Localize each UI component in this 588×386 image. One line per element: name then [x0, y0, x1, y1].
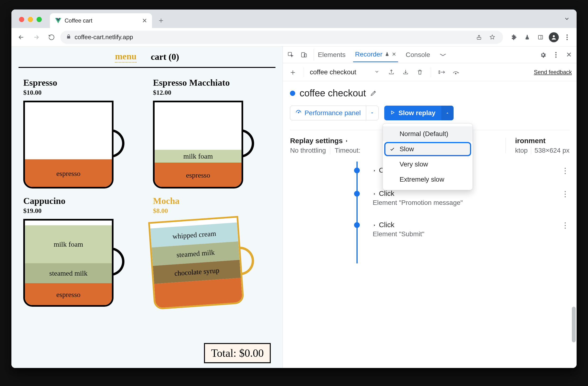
- page-nav: menu cart (0): [11, 46, 283, 67]
- replay-option-normal[interactable]: Normal (Default): [383, 126, 473, 142]
- tab-elements[interactable]: Elements: [316, 48, 347, 62]
- inspect-element-icon[interactable]: [285, 49, 297, 61]
- chrome-tab-strip: Coffee cart ✕ ＋: [11, 9, 577, 28]
- share-icon[interactable]: [474, 32, 484, 42]
- replay-speed-dropdown: Normal (Default) Slow Very slow: [383, 123, 473, 190]
- step-dot-icon: [354, 191, 360, 197]
- caret-up-icon[interactable]: [441, 106, 454, 120]
- svg-rect-1: [538, 35, 543, 39]
- bookmark-star-icon[interactable]: [487, 32, 497, 42]
- cup-layer: espresso: [25, 283, 112, 306]
- cup-layer: steamed milk: [25, 263, 112, 283]
- window-minimize-button[interactable]: [28, 17, 33, 22]
- svg-point-9: [555, 52, 556, 53]
- omnibox[interactable]: coffee-cart.netlify.app: [60, 31, 503, 44]
- viewport-dims: 538×624 px: [535, 147, 569, 154]
- slow-replay-button[interactable]: Slow replay: [384, 106, 454, 120]
- send-feedback-link[interactable]: Send feedback: [534, 69, 572, 76]
- export-icon[interactable]: [386, 67, 397, 77]
- coffee-cup-icon: milk foam steamed milk espresso: [23, 219, 123, 307]
- recording-select[interactable]: coffee checkout: [310, 68, 356, 76]
- product-price: $8.00: [153, 207, 271, 215]
- recorder-content: coffee checkout Performance panel: [283, 81, 577, 368]
- svg-point-10: [555, 54, 556, 55]
- profile-avatar-icon[interactable]: [548, 31, 560, 43]
- window-traffic-lights: [19, 17, 42, 22]
- labs-flask-icon[interactable]: [521, 31, 533, 43]
- chevron-right-icon: [373, 189, 377, 198]
- browser-tab[interactable]: Coffee cart ✕: [50, 13, 152, 28]
- step-menu-icon[interactable]: ⋮: [561, 221, 569, 230]
- tab-close-icon[interactable]: ✕: [392, 51, 396, 58]
- device-value: ktop: [515, 147, 528, 154]
- tab-console[interactable]: Console: [404, 48, 432, 62]
- tab-search-button[interactable]: [564, 16, 570, 23]
- step-dot-icon: [354, 222, 360, 228]
- nav-reload-button[interactable]: [45, 31, 58, 44]
- tab-close-button[interactable]: ✕: [142, 17, 147, 24]
- timeline-step[interactable]: Click Element "Submit" ⋮: [352, 221, 569, 238]
- cup-layer: milk foam: [25, 225, 112, 263]
- step-menu-icon[interactable]: ⋮: [561, 166, 569, 175]
- devtools-kebab-icon[interactable]: [550, 49, 562, 61]
- delete-icon[interactable]: [415, 67, 425, 77]
- replay-option-very-slow[interactable]: Very slow: [383, 157, 473, 172]
- timeline-step[interactable]: Click Element "Promotion message" ⋮: [352, 189, 569, 206]
- nav-menu-link[interactable]: menu: [115, 51, 137, 63]
- product-grid: Espresso $10.00 espresso Espresso Macchi…: [11, 68, 283, 307]
- devtools-tab-bar: Elements Recorder ✕ Console: [283, 46, 577, 63]
- chevron-right-icon: [373, 221, 377, 229]
- recording-title: coffee checkout: [299, 88, 366, 99]
- nav-cart-link[interactable]: cart (0): [151, 52, 179, 62]
- product-price: $10.00: [23, 89, 141, 96]
- timeout-label: Timeout:: [335, 147, 360, 154]
- new-recording-button[interactable]: ＋: [288, 67, 298, 77]
- chrome-menu-button[interactable]: [561, 31, 573, 43]
- extensions-icon[interactable]: [508, 31, 520, 43]
- tab-recorder[interactable]: Recorder ✕: [353, 47, 398, 62]
- product-card[interactable]: Mocha $8.00 whipped cream steamed milk c…: [153, 196, 271, 307]
- svg-point-11: [555, 56, 556, 58]
- step-menu-icon[interactable]: ⋮: [561, 189, 569, 199]
- side-panel-icon[interactable]: [534, 31, 547, 43]
- replay-settings-label[interactable]: Replay settings: [290, 137, 360, 145]
- caret-down-icon[interactable]: [366, 106, 378, 120]
- svg-point-14: [298, 112, 299, 113]
- nav-forward-button[interactable]: [30, 31, 43, 44]
- cup-layer: espresso: [155, 163, 242, 188]
- step-over-icon[interactable]: [451, 67, 462, 77]
- lock-icon: [66, 34, 71, 41]
- import-icon[interactable]: [400, 67, 411, 77]
- new-tab-button[interactable]: ＋: [156, 15, 166, 26]
- devtools-close-icon[interactable]: ✕: [563, 49, 575, 61]
- svg-point-2: [553, 35, 555, 37]
- window-close-button[interactable]: [19, 17, 24, 22]
- replay-option-slow[interactable]: Slow: [383, 142, 473, 157]
- product-card[interactable]: Espresso $10.00 espresso: [23, 77, 141, 188]
- step-into-icon[interactable]: [437, 67, 447, 77]
- product-card[interactable]: Cappucino $19.00 milk foam steamed milk …: [23, 196, 141, 307]
- step-desc: Element "Submit": [373, 230, 424, 238]
- edit-icon[interactable]: [370, 88, 377, 99]
- cart-total[interactable]: Total: $0.00: [204, 343, 271, 363]
- product-card[interactable]: Espresso Macchiato $12.00 milk foam espr…: [153, 77, 271, 188]
- nav-back-button[interactable]: [15, 31, 28, 44]
- performance-panel-button[interactable]: Performance panel: [290, 106, 378, 120]
- devtools-scrollbar[interactable]: [571, 69, 576, 366]
- svg-point-3: [567, 34, 567, 35]
- product-title: Espresso: [23, 77, 141, 88]
- scrollbar-thumb[interactable]: [572, 307, 576, 342]
- replay-option-extremely-slow[interactable]: Extremely slow: [383, 172, 473, 187]
- content-split: menu cart (0) Espresso $10.00 espresso: [11, 46, 577, 368]
- coffee-cup-icon: espresso: [23, 101, 123, 188]
- play-icon: [390, 109, 395, 117]
- recorder-toolbar: ＋ coffee checkout: [283, 63, 577, 81]
- tab-overflow[interactable]: [438, 50, 448, 60]
- web-page: menu cart (0) Espresso $10.00 espresso: [11, 46, 283, 368]
- chevron-down-icon[interactable]: [374, 68, 379, 76]
- window-fullscreen-button[interactable]: [37, 17, 42, 22]
- device-toggle-icon[interactable]: [298, 49, 310, 61]
- recording-dot-icon: [290, 91, 295, 96]
- devtools-panel: Elements Recorder ✕ Console: [283, 46, 577, 368]
- devtools-settings-icon[interactable]: [537, 49, 549, 61]
